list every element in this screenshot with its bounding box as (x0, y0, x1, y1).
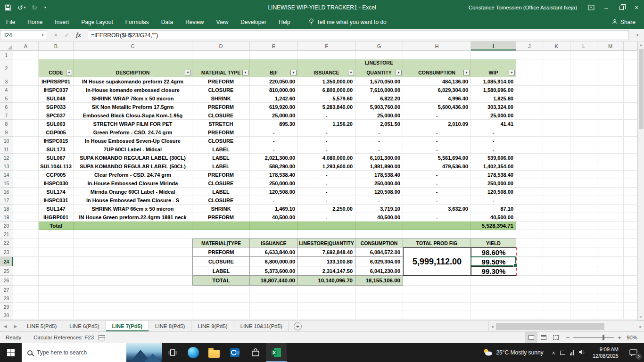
cell-J6[interactable] (516, 103, 543, 111)
cell-J14[interactable] (516, 171, 543, 179)
sheet-tab-line-10-11-pd5-[interactable]: LINE 10&11(Pd5) (234, 321, 289, 331)
normal-view-button[interactable] (525, 332, 537, 343)
cell-M2[interactable] (597, 59, 624, 77)
cell-E1[interactable] (250, 51, 298, 59)
cell-L17[interactable] (570, 196, 597, 205)
cell-B6[interactable]: SGP033 (39, 103, 74, 111)
cell-C6[interactable]: SK Non Metallic Preform 17.5grm (74, 103, 192, 111)
cell-M6[interactable] (597, 103, 624, 111)
cell-L2[interactable] (570, 59, 597, 77)
cell-I8[interactable]: 41.41 (471, 120, 516, 128)
row-header-2[interactable]: 2 (0, 59, 13, 77)
cell-C21[interactable] (74, 230, 192, 239)
cell-A8[interactable] (13, 120, 39, 128)
cell-A28[interactable] (13, 294, 39, 303)
cell-L7[interactable] (570, 111, 597, 120)
cell-A23[interactable] (13, 247, 39, 257)
cell-K27[interactable] (543, 286, 570, 294)
cell-M23[interactable] (597, 247, 624, 257)
cell-D14[interactable]: PREFORM (192, 171, 250, 179)
cell-A19[interactable] (13, 213, 39, 222)
cell-B23[interactable] (39, 247, 74, 257)
cell-M10[interactable] (597, 137, 624, 145)
cell-B8[interactable]: SUL003 (39, 120, 74, 128)
cell-G21[interactable] (355, 230, 403, 239)
cell-E14[interactable]: 178,538.40 (250, 171, 298, 179)
cell-E2[interactable]: B|F▾ (250, 59, 298, 77)
cell-E16[interactable]: 120,508.00 (250, 188, 298, 196)
horizontal-scroll-thumb[interactable] (496, 323, 604, 330)
row-header-14[interactable]: 14 (0, 171, 13, 179)
cell-D23[interactable]: PREFORM (192, 247, 250, 257)
cell-F15[interactable]: - (298, 179, 355, 188)
cell-D5[interactable]: SHRINK (192, 94, 250, 103)
cell-H18[interactable]: 3,632.00 (403, 205, 471, 213)
cell-H19[interactable]: - (403, 213, 471, 222)
column-header-C[interactable]: C (74, 41, 192, 50)
cell-I11[interactable]: - (471, 145, 516, 154)
cell-F24[interactable]: 133,100.80 (298, 257, 355, 266)
task-view-button[interactable] (162, 343, 183, 362)
cell-B26[interactable] (39, 276, 74, 286)
cell-A2[interactable] (13, 59, 39, 77)
cell-D2[interactable]: MATERIAL TYPE▾ (192, 59, 250, 77)
cell-G23[interactable]: 6,084,572.00 (355, 247, 403, 257)
cell-M1[interactable] (597, 51, 624, 59)
cell-K12[interactable] (543, 154, 570, 162)
cell-M18[interactable] (597, 205, 624, 213)
cell-G15[interactable]: 250,000.00 (355, 179, 403, 188)
cell-C25[interactable] (74, 266, 192, 276)
start-button[interactable] (0, 343, 22, 362)
cell-B12[interactable]: SUL067 (39, 154, 74, 162)
cell-E8[interactable]: 895.30 (250, 120, 298, 128)
cell-E28[interactable] (250, 294, 298, 303)
excel-taskbar-icon[interactable] (266, 343, 287, 362)
cell-J29[interactable] (516, 303, 543, 311)
cell-B5[interactable]: SUL048 (39, 94, 74, 103)
cell-E10[interactable]: - (250, 137, 298, 145)
cell-H20[interactable] (403, 222, 471, 230)
filter-button[interactable]: ▾ (348, 70, 354, 75)
scroll-right-icon[interactable]: ▶ (637, 325, 644, 328)
outlook-icon[interactable] (224, 343, 245, 362)
cell-H5[interactable]: 4,996.40 (403, 94, 471, 103)
row-header-28[interactable]: 28 (0, 294, 13, 303)
cell-G19[interactable]: 40,500.00 (355, 213, 403, 222)
cell-G28[interactable] (355, 294, 403, 303)
row-header-12[interactable]: 12 (0, 154, 13, 162)
cell-J17[interactable] (516, 196, 543, 205)
cell-G12[interactable]: 6,101,300.00 (355, 154, 403, 162)
filter-button[interactable]: ▾ (509, 70, 515, 75)
cell-C28[interactable] (74, 294, 192, 303)
cell-A29[interactable] (13, 303, 39, 311)
cell-E7[interactable]: 25,000.00 (250, 111, 298, 120)
cell-E30[interactable] (250, 311, 298, 320)
cell-L23[interactable] (570, 247, 597, 257)
cell-I9[interactable]: - (471, 128, 516, 137)
share-button[interactable]: Share (612, 15, 644, 29)
cell-K7[interactable] (543, 111, 570, 120)
cell-H29[interactable] (403, 303, 471, 311)
cell-B17[interactable]: IHSPC031 (39, 196, 74, 205)
cell-L1[interactable] (570, 51, 597, 59)
cell-J10[interactable] (516, 137, 543, 145)
sheet-tab-line-9-pd5-[interactable]: LINE 9(Pd5) (191, 321, 234, 331)
ribbon-tab-help[interactable]: Help (272, 15, 297, 29)
cell-I30[interactable] (471, 311, 516, 320)
cell-D7[interactable]: CLOSURE (192, 111, 250, 120)
cell-E18[interactable]: 1,469.10 (250, 205, 298, 213)
row-header-16[interactable]: 16 (0, 188, 13, 196)
cell-G5[interactable]: 6,822.20 (355, 94, 403, 103)
cell-J19[interactable] (516, 213, 543, 222)
cell-M8[interactable] (597, 120, 624, 128)
cancel-icon[interactable]: × (54, 32, 58, 39)
cell-K25[interactable] (543, 266, 570, 276)
filter-button[interactable]: ▾ (185, 70, 191, 75)
cell-M4[interactable] (597, 86, 624, 94)
column-header-J[interactable]: J (516, 41, 543, 50)
cell-H15[interactable]: - (403, 179, 471, 188)
cell-K13[interactable] (543, 162, 570, 171)
cell-C18[interactable]: SHRINK WRAP 66cm x 50 micron (74, 205, 192, 213)
cell-H4[interactable]: 6,029,304.00 (403, 86, 471, 94)
column-header-E[interactable]: E (250, 41, 298, 50)
